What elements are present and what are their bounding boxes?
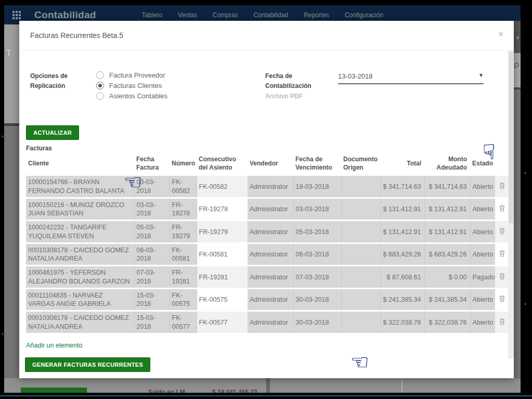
cell-cliente[interactable]: 00010308178 - CAICEDO GOMEZ NATALIA ANDR…: [26, 243, 134, 266]
nav-item-compras[interactable]: Compras: [213, 11, 238, 19]
radio-facturas-clientes[interactable]: Facturas Clientes: [96, 82, 167, 89]
cell-documento_origen[interactable]: [341, 221, 381, 243]
cell-estado[interactable]: Abierto: [470, 243, 495, 266]
cell-consecutivo[interactable]: FK-00582: [197, 176, 248, 198]
trash-icon[interactable]: [495, 243, 509, 266]
nav-item-reportes[interactable]: Reportes: [304, 11, 329, 19]
cell-documento_origen[interactable]: [341, 198, 381, 221]
nav-item-contabilidad[interactable]: Contabilidad: [253, 11, 288, 19]
modal-scrollbar[interactable]: [508, 50, 514, 358]
cell-cliente[interactable]: 1000242232 - TANGARIFE YUQUILEMA STEVEN: [26, 221, 134, 243]
generar-facturas-button[interactable]: GENERAR FACTURAS RECURRENTES: [25, 357, 150, 372]
cell-consecutivo[interactable]: FR-19278: [197, 198, 248, 221]
cell-fecha_factura[interactable]: 15-03-2018: [134, 311, 170, 334]
nav-item-tablero[interactable]: Tablero: [142, 11, 162, 19]
radio-icon[interactable]: [96, 92, 104, 100]
cell-numero[interactable]: FR-19278: [170, 198, 197, 221]
cell-monto_adeudado[interactable]: $ 0.00: [424, 266, 470, 289]
cell-cliente[interactable]: 1000461975 - YEFERSON ALEJANDRO BOLANOS …: [26, 266, 134, 289]
right-edge-arrow-icon: ◄: [523, 171, 527, 175]
cell-vendedor[interactable]: Administrator: [248, 311, 293, 334]
cell-vendedor[interactable]: Administrator: [248, 266, 293, 289]
actualizar-button[interactable]: ACTUALIZAR: [26, 125, 79, 140]
trash-icon[interactable]: [495, 266, 509, 289]
cell-monto_adeudado[interactable]: $ 131,412.91: [424, 221, 470, 243]
backdrop-search-bar: [514, 53, 521, 87]
cell-numero[interactable]: FK-00581: [170, 243, 197, 266]
cell-numero[interactable]: FR-19279: [170, 221, 197, 243]
cell-total[interactable]: $ 341,714.63: [381, 176, 424, 198]
cell-consecutivo[interactable]: FR-19281: [197, 266, 248, 289]
cell-documento_origen[interactable]: [341, 311, 381, 334]
cell-total[interactable]: $ 131,412.91: [381, 221, 424, 243]
cell-vendedor[interactable]: Administrator: [248, 198, 293, 221]
cell-monto_adeudado[interactable]: $ 131,412.91: [424, 198, 470, 221]
cell-fecha_factura[interactable]: 05-03-2018: [134, 221, 170, 243]
cell-cliente[interactable]: 10000154766 - BRAYAN FERNANDO CASTRO BAL…: [26, 176, 134, 198]
cell-fecha_vencimiento[interactable]: 18-03-2018: [293, 176, 341, 198]
cell-documento_origen[interactable]: [341, 243, 381, 266]
cell-fecha_vencimiento[interactable]: 06-03-2018: [293, 243, 341, 266]
trash-icon[interactable]: [495, 311, 509, 334]
cell-fecha_vencimiento[interactable]: 30-03-2018: [293, 311, 341, 334]
cell-estado[interactable]: Pagado: [470, 266, 495, 289]
cell-fecha_vencimiento[interactable]: 05-03-2018: [293, 221, 341, 243]
cell-vendedor[interactable]: Administrator: [248, 176, 293, 198]
cell-monto_adeudado[interactable]: $ 683,429.26: [424, 243, 470, 266]
radio-icon[interactable]: [96, 82, 104, 89]
cell-cliente[interactable]: 00010308178 - CAICEDO GOMEZ NATALIA ANDR…: [26, 311, 134, 334]
cell-estado[interactable]: Abierto: [470, 198, 495, 221]
fecha-contabilizacion-input[interactable]: ▼ 13-03-2018: [338, 71, 484, 84]
cell-monto_adeudado[interactable]: $ 322,038.76: [424, 311, 470, 334]
cell-fecha_factura[interactable]: 06-03-2018: [134, 243, 170, 266]
cell-documento_origen[interactable]: [341, 288, 381, 311]
trash-icon[interactable]: [495, 198, 509, 221]
cell-numero[interactable]: FR-19281: [170, 266, 197, 289]
cell-cliente[interactable]: 1000150216 - MUNOZ OROZCO JUAN SEBASTIAN: [26, 198, 134, 221]
chevron-down-icon[interactable]: ▼: [478, 72, 484, 78]
cell-total[interactable]: $ 131,412.91: [381, 198, 424, 221]
radio-icon[interactable]: [96, 71, 104, 79]
cell-estado[interactable]: Abierto: [470, 311, 495, 334]
cell-fecha_factura[interactable]: 07-03-2018: [134, 266, 170, 289]
cell-consecutivo[interactable]: FR-19279: [197, 221, 248, 243]
cell-vendedor[interactable]: Administrator: [248, 288, 293, 311]
apps-grid-icon[interactable]: [12, 11, 21, 19]
close-icon[interactable]: ×: [498, 29, 503, 40]
cell-total[interactable]: $ 683,429.26: [381, 243, 424, 266]
cell-fecha_vencimiento[interactable]: 03-03-2018: [293, 198, 341, 221]
cell-fecha_vencimiento[interactable]: 30-03-2018: [293, 288, 341, 311]
cell-total[interactable]: $ 241,385.34: [381, 288, 424, 311]
cell-consecutivo[interactable]: FK-00581: [197, 243, 248, 266]
add-item-link[interactable]: Añadir un elemento: [26, 342, 82, 349]
cell-monto_adeudado[interactable]: $ 241,385.34: [424, 288, 470, 311]
cell-consecutivo[interactable]: FK-00575: [197, 288, 248, 311]
nav-item-ventas[interactable]: Ventas: [178, 11, 197, 19]
cell-estado[interactable]: Abierto: [470, 288, 495, 311]
cell-estado[interactable]: Abierto: [470, 176, 495, 198]
radio-factura-proveedor[interactable]: Factura Proveedor: [96, 71, 167, 79]
cell-monto_adeudado[interactable]: $ 341,714.63: [424, 176, 470, 198]
cell-total[interactable]: $ 87,608.61: [381, 266, 424, 289]
cell-numero[interactable]: FK-00575: [170, 288, 197, 311]
cell-consecutivo[interactable]: FK-00577: [197, 311, 248, 334]
scrollbar-thumb[interactable]: [509, 52, 513, 223]
cell-numero[interactable]: FK-00577: [170, 311, 197, 334]
cell-vendedor[interactable]: Administrator: [248, 221, 293, 243]
cell-fecha_factura[interactable]: 15-03-2018: [134, 288, 170, 311]
cell-documento_origen[interactable]: [341, 176, 381, 198]
cell-cliente[interactable]: 00011104835 - NARVAEZ VARGAS ANGIE GABRI…: [26, 288, 134, 311]
nav-item-configuracion[interactable]: Configuración: [345, 11, 383, 19]
trash-icon[interactable]: [495, 176, 509, 198]
cell-estado[interactable]: Abierto: [470, 221, 495, 243]
cell-fecha_factura[interactable]: 03-03-2018: [134, 198, 170, 221]
radio-asientos-contables[interactable]: Asientos Contables: [96, 92, 167, 100]
col-header-consecutivo: Consecutivo del Asiento: [197, 153, 248, 176]
trash-icon[interactable]: [495, 288, 509, 311]
trash-icon[interactable]: [495, 221, 509, 243]
cell-numero[interactable]: FK-00582: [170, 176, 197, 198]
cell-vendedor[interactable]: Administrator: [248, 243, 293, 266]
cell-total[interactable]: $ 322,038.76: [381, 311, 424, 334]
cell-documento_origen[interactable]: [341, 266, 381, 289]
cell-fecha_vencimiento[interactable]: 07-03-2018: [293, 266, 341, 289]
